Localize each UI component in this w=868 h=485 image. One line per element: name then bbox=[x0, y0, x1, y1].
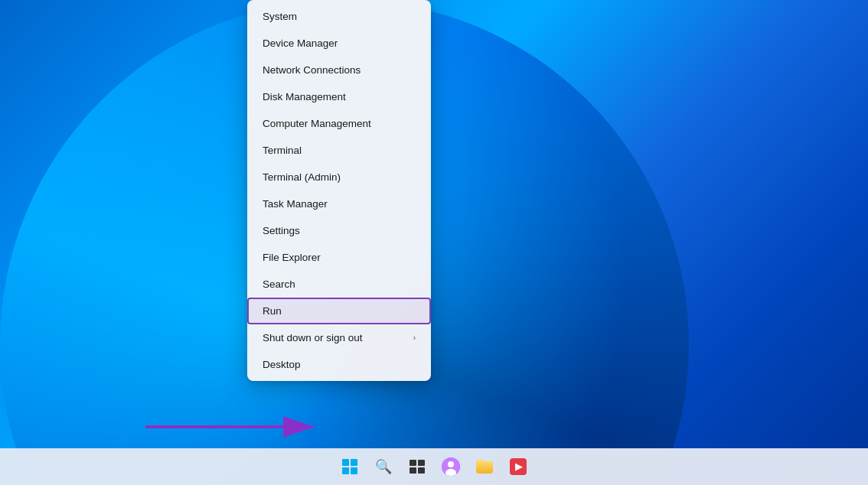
task-view-button[interactable] bbox=[402, 451, 432, 482]
desktop-background bbox=[0, 0, 868, 485]
taskbar: 🔍 bbox=[0, 448, 868, 485]
app-button[interactable]: ▶ bbox=[503, 451, 534, 482]
search-button[interactable]: 🔍 bbox=[368, 451, 399, 482]
start-button[interactable] bbox=[334, 451, 365, 482]
menu-item-device-manager[interactable]: Device Manager bbox=[247, 30, 431, 57]
search-icon: 🔍 bbox=[375, 458, 392, 475]
svg-rect-4 bbox=[410, 467, 416, 474]
red-app-icon: ▶ bbox=[510, 458, 527, 475]
menu-item-disk-management[interactable]: Disk Management bbox=[247, 83, 431, 110]
menu-item-desktop[interactable]: Desktop bbox=[247, 351, 431, 378]
task-view-icon bbox=[410, 460, 425, 474]
context-menu: System Device Manager Network Connection… bbox=[247, 0, 431, 381]
menu-item-shut-down[interactable]: Shut down or sign out › bbox=[247, 324, 431, 351]
menu-item-search[interactable]: Search bbox=[247, 271, 431, 298]
menu-item-file-explorer[interactable]: File Explorer bbox=[247, 244, 431, 271]
menu-item-run[interactable]: Run bbox=[247, 298, 431, 324]
folder-icon bbox=[476, 460, 493, 474]
menu-item-settings[interactable]: Settings bbox=[247, 217, 431, 244]
arrow-annotation bbox=[138, 412, 329, 445]
arrow-icon bbox=[138, 412, 329, 442]
menu-item-terminal[interactable]: Terminal bbox=[247, 137, 431, 164]
user-avatar-button[interactable] bbox=[436, 451, 466, 482]
menu-item-system[interactable]: System bbox=[247, 3, 431, 30]
avatar bbox=[442, 457, 460, 476]
svg-rect-2 bbox=[410, 460, 416, 466]
windows-logo-icon bbox=[342, 459, 357, 474]
svg-rect-5 bbox=[418, 467, 425, 474]
menu-item-network-connections[interactable]: Network Connections bbox=[247, 57, 431, 83]
svg-rect-3 bbox=[418, 460, 425, 466]
submenu-chevron-icon: › bbox=[413, 334, 416, 342]
taskbar-icon-group: 🔍 bbox=[334, 451, 534, 482]
menu-item-computer-management[interactable]: Computer Management bbox=[247, 110, 431, 137]
svg-point-7 bbox=[448, 461, 454, 467]
menu-item-task-manager[interactable]: Task Manager bbox=[247, 190, 431, 217]
menu-item-terminal-admin[interactable]: Terminal (Admin) bbox=[247, 164, 431, 190]
file-explorer-button[interactable] bbox=[469, 451, 500, 482]
